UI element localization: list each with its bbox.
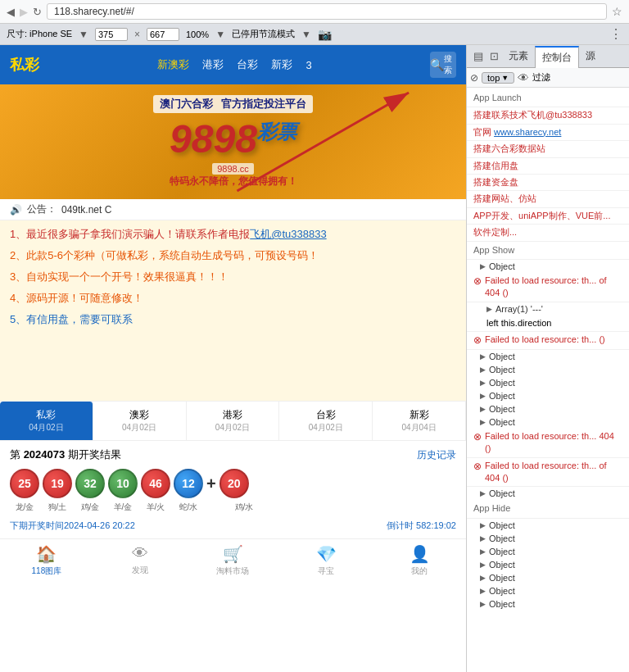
more-options-icon[interactable]: ⋮ bbox=[609, 26, 622, 42]
nav-item-gangcai[interactable]: 港彩 bbox=[202, 57, 224, 72]
zoom-selector[interactable]: 100% bbox=[186, 30, 209, 39]
nav-discover[interactable]: 👁 发现 bbox=[93, 544, 187, 577]
devtools-icon-panel[interactable]: ▤ bbox=[470, 48, 486, 64]
search-label: 搜索 bbox=[444, 53, 456, 76]
plus-sign: + bbox=[206, 474, 216, 493]
log-object-12[interactable]: ▶Object bbox=[467, 558, 629, 571]
log-url[interactable]: www.sharecy.net bbox=[494, 127, 561, 137]
nav-profile[interactable]: 👤 我的 bbox=[373, 544, 466, 577]
nav-gallery[interactable]: 🏠 118图库 bbox=[0, 544, 93, 577]
banner-area[interactable]: 澳门六合彩 官方指定投注平台 9898彩票 9898.cc 特码永不降倍，您值得… bbox=[0, 84, 466, 199]
home-icon: 🏠 bbox=[0, 544, 93, 564]
tab-tai-date: 04月02日 bbox=[283, 422, 369, 434]
notice-bar: 🔊 公告： 049tk.net C bbox=[0, 199, 466, 220]
label-3: 鸡/金 bbox=[75, 502, 105, 513]
reload-icon[interactable]: ↻ bbox=[33, 6, 42, 18]
ball-5: 46 bbox=[141, 469, 170, 498]
filter-icon[interactable]: ⊘ bbox=[470, 72, 478, 84]
mobile-panel: 私彩 新澳彩 港彩 台彩 新彩 3 🔍 搜索 澳门六合彩 官方指定投注平台 98… bbox=[0, 45, 467, 672]
app-header: 私彩 新澳彩 港彩 台彩 新彩 3 🔍 搜索 bbox=[0, 45, 466, 84]
contact-link[interactable]: 飞机@tu338833 bbox=[250, 228, 326, 240]
log-object-13[interactable]: ▶Object bbox=[467, 571, 629, 584]
history-link[interactable]: 历史记录 bbox=[417, 448, 456, 462]
tab-ao-date: 04月02日 bbox=[97, 422, 183, 434]
nav-item-3[interactable]: 3 bbox=[305, 59, 311, 71]
log-object-8[interactable]: ▶Object bbox=[467, 487, 629, 500]
log-error-2-text: Failed to load resource: th... () bbox=[485, 334, 605, 346]
tab-ao-name: 澳彩 bbox=[97, 408, 183, 422]
log-object-1[interactable]: ▶Object bbox=[467, 260, 629, 273]
log-array-1[interactable]: ▶Array(1) '---' bbox=[467, 302, 629, 316]
height-input[interactable] bbox=[147, 28, 179, 41]
nav-treasure[interactable]: 💎 寻宝 bbox=[279, 544, 373, 577]
content-2-text: 2、此款5-6个彩种（可做私彩，系统自动生成号码，可预设号码！ bbox=[10, 249, 319, 261]
ball-3: 32 bbox=[75, 469, 105, 498]
throttle-chevron-icon[interactable]: ▼ bbox=[301, 29, 311, 40]
app-nav: 新澳彩 港彩 台彩 新彩 3 bbox=[157, 57, 311, 72]
tab-tai[interactable]: 台彩 04月02日 bbox=[279, 402, 373, 440]
log-contact-1: 搭建联系技术飞机@tu338833 bbox=[467, 107, 629, 124]
content-item-3: 3、自动实现一个一个开号！效果很逼真！！！ bbox=[10, 270, 456, 284]
log-object-15[interactable]: ▶Object bbox=[467, 597, 629, 611]
bottom-nav: 🏠 118图库 👁 发现 🛒 淘料市场 💎 寻宝 👤 我的 bbox=[0, 538, 466, 582]
log-object-14[interactable]: ▶Object bbox=[467, 584, 629, 597]
devtools-icon-cursor[interactable]: ⊡ bbox=[486, 48, 502, 64]
log-error-1-text: Failed to load resource: th... of 404 () bbox=[485, 275, 622, 300]
width-input[interactable] bbox=[95, 28, 128, 41]
tab-gang[interactable]: 港彩 04月02日 bbox=[187, 402, 280, 440]
nav-item-taicai[interactable]: 台彩 bbox=[237, 57, 258, 72]
log-object-2[interactable]: ▶Object bbox=[467, 350, 629, 363]
visibility-icon[interactable]: 👁 bbox=[518, 71, 529, 84]
tab-private[interactable]: 私彩 04月02日 bbox=[0, 402, 93, 440]
log-object-11[interactable]: ▶Object bbox=[467, 545, 629, 558]
log-object-10[interactable]: ▶Object bbox=[467, 532, 629, 545]
log-build-5: APP开发、uniAPP制作、VUE前... bbox=[467, 208, 629, 225]
tab-xin[interactable]: 新彩 04月04日 bbox=[373, 402, 466, 440]
label-4: 羊/金 bbox=[108, 502, 138, 513]
bookmark-icon[interactable]: ☆ bbox=[612, 5, 622, 18]
log-object-5[interactable]: ▶Object bbox=[467, 389, 629, 402]
address-input[interactable]: 118.sharecy.net/#/ bbox=[47, 3, 607, 20]
banner-title: 澳门六合彩 官方指定投注平台 bbox=[153, 95, 314, 113]
tab-xin-date: 04月04日 bbox=[376, 422, 462, 434]
search-button[interactable]: 🔍 搜索 bbox=[430, 52, 456, 78]
tab-sources[interactable]: 源 bbox=[579, 46, 602, 66]
log-build-3: 搭建资金盘 bbox=[467, 175, 629, 191]
notice-text: 049tk.net C bbox=[61, 204, 111, 216]
log-object-4[interactable]: ▶Object bbox=[467, 376, 629, 389]
nav-market[interactable]: 🛒 淘料市场 bbox=[187, 544, 280, 577]
content-area: 1、最近很多骗子拿我们演示骗人！请联系作者电报飞机@tu338833 2、此款5… bbox=[0, 220, 466, 401]
nav-back-icon[interactable]: ◀ bbox=[7, 6, 15, 18]
top-label: top bbox=[487, 73, 500, 83]
tab-gang-date: 04月02日 bbox=[190, 422, 276, 434]
app-logo: 私彩 bbox=[10, 55, 39, 75]
top-chevron-icon: ▼ bbox=[501, 74, 509, 82]
next-draw-time: 下期开奖时间2024-04-26 20:22 bbox=[10, 520, 135, 532]
nav-item-xincai[interactable]: 新澳彩 bbox=[157, 57, 189, 72]
log-app-show: App Show bbox=[467, 242, 629, 260]
time-row: 下期开奖时间2024-04-26 20:22 倒计时 582:19:02 bbox=[10, 516, 456, 532]
device-chevron-icon[interactable]: ▼ bbox=[79, 29, 88, 40]
tab-ao[interactable]: 澳彩 04月02日 bbox=[93, 402, 187, 440]
log-build-6: 软件定制... bbox=[467, 225, 629, 241]
capture-icon[interactable]: 📷 bbox=[318, 28, 332, 41]
tab-elements[interactable]: 元素 bbox=[502, 46, 535, 66]
log-app-hide: App Hide bbox=[467, 500, 629, 518]
log-object-9[interactable]: ▶Object bbox=[467, 519, 629, 532]
label-1: 龙/金 bbox=[10, 502, 39, 513]
log-object-3[interactable]: ▶Object bbox=[467, 363, 629, 376]
nav-forward-icon[interactable]: ▶ bbox=[20, 6, 28, 18]
top-dropdown[interactable]: top ▼ bbox=[482, 72, 514, 84]
tab-console[interactable]: 控制台 bbox=[535, 46, 579, 68]
nav-treasure-label: 寻宝 bbox=[318, 566, 334, 575]
log-object-7[interactable]: ▶Object bbox=[467, 415, 629, 429]
main-area: 私彩 新澳彩 港彩 台彩 新彩 3 🔍 搜索 澳门六合彩 官方指定投注平台 98… bbox=[0, 45, 629, 672]
content-item-4: 4、源码开源！可随意修改！ bbox=[10, 291, 456, 306]
nav-item-xincai2[interactable]: 新彩 bbox=[271, 57, 292, 72]
zoom-chevron-icon[interactable]: ▼ bbox=[215, 29, 225, 40]
error-icon-3: ⊗ bbox=[473, 430, 482, 444]
devtools-content: App Launch 搭建联系技术飞机@tu338833 官网 www.shar… bbox=[467, 88, 629, 672]
content-item-2: 2、此款5-6个彩种（可做私彩，系统自动生成号码，可预设号码！ bbox=[10, 248, 456, 263]
log-object-6[interactable]: ▶Object bbox=[467, 402, 629, 415]
content-item-5: 5、有信用盘，需要可联系 bbox=[10, 312, 456, 327]
